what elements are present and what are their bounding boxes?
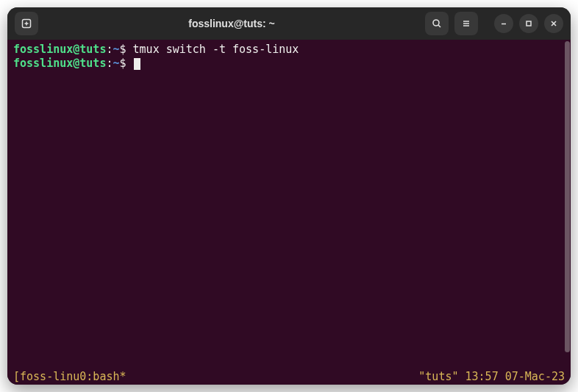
close-button[interactable] (544, 14, 563, 33)
scrollbar[interactable] (565, 41, 570, 352)
menu-button[interactable] (454, 12, 478, 35)
terminal-line: fosslinux@tuts:~$ tmux switch -t foss-li… (13, 43, 565, 57)
command-text (126, 57, 133, 70)
status-right: "tuts" 13:57 07-Mac-23 (418, 370, 565, 383)
search-button[interactable] (425, 12, 449, 35)
command-text: tmux switch -t foss-linux (133, 43, 299, 56)
titlebar: fosslinux@tuts: ~ (7, 7, 571, 40)
terminal-line: fosslinux@tuts:~$ (13, 57, 565, 71)
minimize-button[interactable] (494, 14, 513, 33)
window-title: fosslinux@tuts: ~ (44, 18, 419, 29)
tmux-statusbar: [foss-linu0:bash* "tuts" 13:57 07-Mac-23 (7, 370, 571, 385)
terminal-window: fosslinux@tuts: ~ (7, 7, 571, 385)
svg-point-3 (433, 20, 439, 26)
prompt-user: fosslinux@tuts (13, 57, 106, 70)
prompt-dollar: $ (120, 43, 126, 56)
svg-line-4 (438, 25, 440, 27)
titlebar-left (15, 12, 38, 35)
prompt-dollar: $ (120, 57, 126, 70)
prompt-user: fosslinux@tuts (13, 43, 106, 56)
maximize-button[interactable] (519, 14, 538, 33)
terminal-area[interactable]: fosslinux@tuts:~$ tmux switch -t foss-li… (7, 40, 571, 370)
command-text (126, 43, 133, 56)
svg-rect-9 (527, 21, 531, 26)
titlebar-right (425, 12, 563, 35)
terminal-cursor (134, 58, 140, 70)
prompt-path: ~ (113, 43, 119, 56)
new-tab-button[interactable] (15, 12, 38, 35)
status-left: [foss-linu0:bash* (13, 370, 126, 383)
prompt-path: ~ (113, 57, 119, 70)
